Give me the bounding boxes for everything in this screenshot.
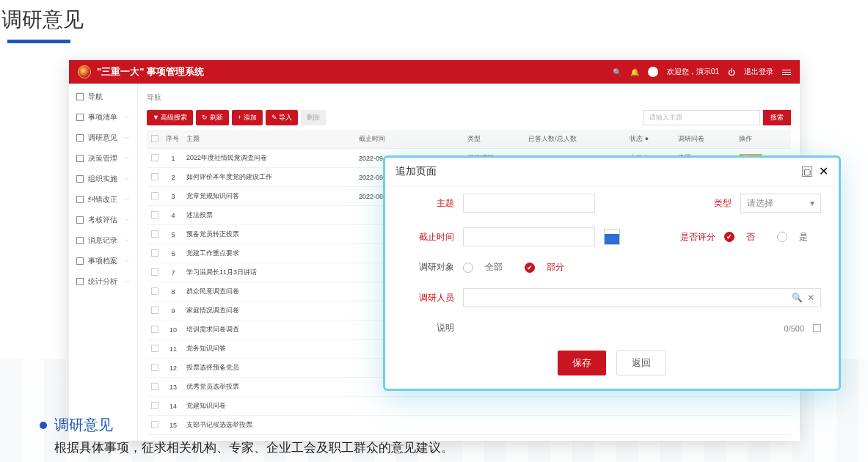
row-checkbox[interactable] <box>151 345 158 352</box>
clear-icon[interactable]: ✕ <box>807 293 814 303</box>
back-button[interactable]: 返回 <box>616 351 666 375</box>
sidebar-item[interactable]: 消息记录﹀ <box>69 230 137 251</box>
cell-seq: 10 <box>163 320 183 340</box>
search-icon[interactable]: 🔍 <box>613 68 621 76</box>
col-status[interactable]: 状态 ● <box>627 130 675 149</box>
cell-subject: 预备党员转正投票 <box>183 225 356 244</box>
radio-yes[interactable] <box>777 232 787 242</box>
people-input[interactable]: 🔍 ✕ <box>463 288 821 307</box>
row-checkbox[interactable] <box>151 326 158 333</box>
row-checkbox[interactable] <box>151 211 158 219</box>
cell-seq: 8 <box>163 282 183 301</box>
delete-button[interactable]: 删除 <box>301 110 326 125</box>
close-icon[interactable]: ✕ <box>818 166 828 177</box>
row-checkbox[interactable] <box>151 230 158 238</box>
calendar-icon[interactable] <box>604 229 620 245</box>
deadline-input[interactable] <box>463 227 595 246</box>
cell-seq: 7 <box>163 263 183 282</box>
cell-subject: 2022年度社情民意调查问卷 <box>183 149 356 168</box>
sidebar-item-label: 考核评估 <box>88 215 117 225</box>
sidebar-item[interactable]: 纠错改正﹀ <box>69 189 137 210</box>
logo-icon <box>78 65 91 78</box>
subject-input[interactable] <box>463 194 595 213</box>
row-checkbox[interactable] <box>151 287 158 295</box>
row-checkbox[interactable] <box>151 364 158 371</box>
page-title: 调研意见 <box>0 0 868 37</box>
chevron-down-icon: ﹀ <box>124 237 130 245</box>
cell-config-link[interactable] <box>675 397 736 416</box>
menu-item-icon <box>76 278 84 285</box>
sidebar-item[interactable]: 调研意见﹀ <box>69 128 137 148</box>
menu-item-icon <box>76 155 84 162</box>
cell-seq: 1 <box>163 149 183 168</box>
cell-type <box>464 397 525 416</box>
search-icon[interactable]: 🔍 <box>792 293 803 303</box>
table-row[interactable]: 14党建知识问卷 <box>147 397 791 416</box>
menu-icon[interactable] <box>782 70 791 75</box>
row-checkbox[interactable] <box>151 383 158 390</box>
col-deadline[interactable]: 截止时间 <box>356 130 465 149</box>
sidebar-item[interactable]: 事项档案﹀ <box>69 251 137 271</box>
sidebar-item[interactable]: 事项清单﹀ <box>69 107 137 128</box>
add-button[interactable]: + 添加 <box>232 110 263 125</box>
type-select[interactable]: 请选择▾ <box>740 194 821 213</box>
radio-all-label: 全部 <box>485 261 503 274</box>
cell-subject: 培训需求问卷调查 <box>183 320 356 340</box>
cell-subject: 如何评价本年度党的建设工作 <box>183 168 356 187</box>
logout-link[interactable]: 退出登录 <box>744 67 773 77</box>
save-button[interactable]: 保存 <box>558 351 606 375</box>
avatar-icon[interactable] <box>648 67 658 77</box>
row-checkbox[interactable] <box>151 154 158 161</box>
adv-search-button[interactable]: ▼ 高级搜索 <box>147 110 193 125</box>
sidebar-item-label: 消息记录 <box>88 235 117 246</box>
refresh-button[interactable]: ↻ 刷新 <box>196 110 229 125</box>
sidebar-item-label: 调研意见 <box>88 133 117 143</box>
search-button[interactable]: 搜索 <box>763 110 791 125</box>
sidebar-item[interactable]: 统计分析﹀ <box>69 271 137 292</box>
row-checkbox[interactable] <box>151 249 158 257</box>
sidebar-item[interactable]: 组织实施﹀ <box>69 169 137 189</box>
menu-item-icon <box>76 114 84 121</box>
sidebar-item-label: 组织实施 <box>88 174 117 184</box>
sidebar-item-label: 事项清单 <box>88 112 117 122</box>
expand-icon[interactable] <box>813 324 821 332</box>
col-cfg[interactable]: 调研问卷 <box>675 130 736 149</box>
radio-no[interactable] <box>724 232 734 242</box>
modal-title: 追加页面 <box>395 165 796 178</box>
menu-item-icon <box>76 237 84 244</box>
cell-subject: 党章党规知识问答 <box>183 187 356 206</box>
cell-type <box>464 416 525 435</box>
cell-seq: 2 <box>163 168 183 187</box>
radio-part[interactable] <box>525 263 535 273</box>
bell-icon[interactable]: 🔔 <box>630 68 639 76</box>
col-op[interactable]: 操作 <box>736 130 791 149</box>
cell-count <box>525 416 627 435</box>
maximize-icon[interactable]: ▢ <box>802 166 812 177</box>
col-count[interactable]: 已答人数/总人数 <box>525 130 627 149</box>
row-checkbox[interactable] <box>151 192 158 199</box>
label-people: 调研人员 <box>403 292 454 304</box>
sidebar: 导航 事项清单﹀调研意见﹀决策管理﹀组织实施﹀纠错改正﹀考核评估﹀消息记录﹀事项… <box>69 84 138 441</box>
row-checkbox[interactable] <box>151 402 158 409</box>
cell-subject: 学习温局长11月3日讲话 <box>183 263 356 282</box>
chevron-down-icon: ﹀ <box>124 257 130 265</box>
col-type[interactable]: 类型 <box>464 130 525 149</box>
cell-config-link[interactable] <box>675 416 736 435</box>
chevron-down-icon: ﹀ <box>124 278 130 286</box>
chevron-down-icon: ﹀ <box>124 155 130 163</box>
col-subject[interactable]: 主题 <box>183 130 356 149</box>
search-input[interactable]: 请输入主题 <box>643 110 760 125</box>
radio-all[interactable] <box>463 263 473 273</box>
sidebar-item[interactable]: 考核评估﹀ <box>69 210 137 230</box>
row-checkbox[interactable] <box>151 307 158 314</box>
row-checkbox[interactable] <box>151 173 158 180</box>
cell-seq: 13 <box>163 378 183 397</box>
import-button[interactable]: ✎ 导入 <box>266 110 299 125</box>
bullet-icon <box>40 422 47 429</box>
sidebar-item[interactable]: 决策管理﹀ <box>69 148 137 169</box>
row-checkbox[interactable] <box>151 268 158 276</box>
power-icon[interactable]: ⏻ <box>728 68 735 76</box>
checkbox-all[interactable] <box>151 135 158 142</box>
col-seq[interactable]: 序号 <box>163 130 183 149</box>
cell-subject: 党建工作重点要求 <box>183 244 356 263</box>
